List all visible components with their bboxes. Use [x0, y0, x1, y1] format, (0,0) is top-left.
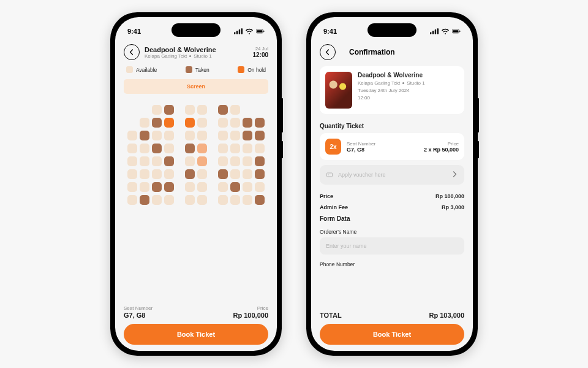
quantity-card: 2x Seat Number G7, G8 Price 2 x Rp 50,00… [320, 133, 464, 160]
seat[interactable] [243, 195, 252, 205]
seat[interactable] [140, 195, 149, 205]
seat[interactable] [230, 169, 240, 179]
seat[interactable] [152, 144, 162, 153]
seat[interactable] [243, 118, 252, 128]
seat[interactable] [243, 156, 252, 166]
seat[interactable] [255, 131, 265, 140]
seat[interactable] [140, 118, 149, 128]
seat-header: Deadpool & Wolverine Kelapa Gading Tckt … [124, 40, 268, 65]
seat[interactable] [255, 156, 265, 166]
seat[interactable] [185, 144, 195, 153]
seat-number-label: Seat Number [347, 141, 418, 147]
seat[interactable] [218, 131, 228, 140]
svg-rect-8 [432, 31, 434, 34]
voucher-placeholder: Apply voucher here [338, 172, 386, 178]
seat[interactable] [140, 131, 149, 140]
seat[interactable] [127, 131, 137, 140]
seat[interactable] [152, 195, 162, 205]
seat-number-label: Seat Number [124, 305, 153, 311]
seat[interactable] [164, 131, 174, 140]
seat[interactable] [230, 105, 240, 115]
seat[interactable] [230, 144, 240, 153]
seat[interactable] [140, 156, 149, 166]
seat[interactable] [230, 131, 240, 140]
seat-map [124, 102, 268, 301]
seat[interactable] [164, 118, 174, 128]
svg-point-15 [328, 174, 329, 175]
seat[interactable] [164, 156, 174, 166]
seat[interactable] [152, 169, 162, 179]
seat[interactable] [230, 156, 240, 166]
svg-rect-10 [437, 28, 439, 34]
seat[interactable] [164, 182, 174, 192]
chevron-right-icon [451, 171, 458, 179]
quantity-section-title: Quantity Ticket [320, 123, 464, 129]
seat[interactable] [164, 169, 174, 179]
signal-icon [430, 28, 439, 34]
seat[interactable] [255, 169, 265, 179]
selected-seats: G7, G8 [124, 312, 145, 319]
seat[interactable] [218, 182, 228, 192]
seat[interactable] [152, 182, 162, 192]
seat[interactable] [255, 118, 265, 128]
svg-rect-1 [236, 31, 238, 34]
back-button[interactable] [124, 44, 140, 60]
seat[interactable] [140, 182, 149, 192]
seat[interactable] [197, 144, 207, 153]
seat[interactable] [197, 118, 207, 128]
seat[interactable] [152, 156, 162, 166]
seat[interactable] [152, 131, 162, 140]
seat[interactable] [230, 182, 240, 192]
seat-number-value: G7, G8 [347, 147, 418, 153]
seat[interactable] [255, 182, 265, 192]
seat[interactable] [127, 195, 137, 205]
seat[interactable] [243, 144, 252, 153]
seat[interactable] [243, 169, 252, 179]
seat[interactable] [152, 105, 162, 115]
seat[interactable] [185, 156, 195, 166]
seat[interactable] [218, 169, 228, 179]
seat[interactable] [230, 195, 240, 205]
svg-rect-7 [430, 33, 431, 34]
seat[interactable] [185, 169, 195, 179]
seat[interactable] [243, 131, 252, 140]
movie-card: Deadpool & Wolverine Kelapa Gading Tckt … [320, 66, 464, 114]
back-button[interactable] [320, 44, 336, 60]
seat[interactable] [243, 182, 252, 192]
seat[interactable] [152, 118, 162, 128]
seat[interactable] [197, 156, 207, 166]
seat[interactable] [218, 118, 228, 128]
voucher-input[interactable]: Apply voucher here [320, 165, 464, 185]
name-input[interactable]: Enter your name [320, 237, 464, 255]
seat[interactable] [127, 156, 137, 166]
phone-confirmation: 9:41 Confirmation Deadpool & Wolverine [306, 12, 478, 356]
seat[interactable] [164, 195, 174, 205]
seat[interactable] [230, 118, 240, 128]
seat[interactable] [218, 144, 228, 153]
seat[interactable] [185, 105, 195, 115]
seat[interactable] [185, 195, 195, 205]
book-ticket-button[interactable]: Book Ticket [320, 324, 464, 345]
seat[interactable] [197, 105, 207, 115]
book-ticket-button[interactable]: Book Ticket [124, 324, 268, 345]
seat[interactable] [255, 195, 265, 205]
seat[interactable] [140, 144, 149, 153]
seat[interactable] [218, 105, 228, 115]
seat[interactable] [140, 169, 149, 179]
seat[interactable] [127, 144, 137, 153]
seat[interactable] [218, 156, 228, 166]
seat[interactable] [185, 118, 195, 128]
seat[interactable] [218, 195, 228, 205]
seat[interactable] [185, 182, 195, 192]
seat[interactable] [127, 169, 137, 179]
seat[interactable] [197, 182, 207, 192]
seat[interactable] [197, 169, 207, 179]
swatch-taken [186, 66, 192, 73]
seat[interactable] [255, 144, 265, 153]
seat[interactable] [197, 195, 207, 205]
seat[interactable] [127, 182, 137, 192]
seat[interactable] [164, 144, 174, 153]
seat[interactable] [185, 131, 195, 140]
seat[interactable] [197, 131, 207, 140]
seat[interactable] [164, 105, 174, 115]
